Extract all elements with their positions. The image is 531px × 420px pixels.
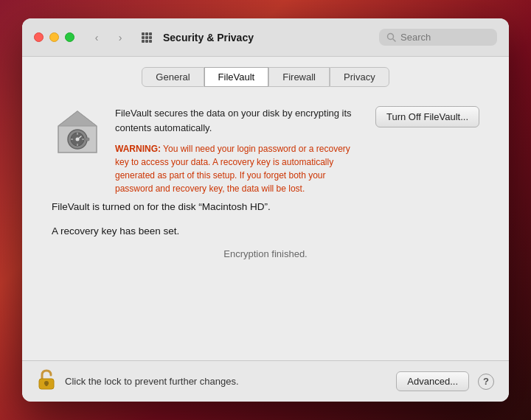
svg-rect-4: [145, 36, 148, 39]
search-input[interactable]: [400, 32, 489, 43]
search-bar[interactable]: [379, 29, 497, 46]
recovery-status: A recovery key has been set.: [52, 225, 479, 237]
svg-line-10: [393, 39, 395, 41]
window-title: Security & Privacy: [163, 32, 379, 43]
description-block: FileVault secures the data on your disk …: [115, 106, 364, 195]
traffic-lights: [34, 32, 74, 42]
encryption-status: Encryption finished.: [52, 248, 479, 259]
minimize-button[interactable]: [49, 32, 59, 42]
top-row: FileVault secures the data on your disk …: [52, 106, 479, 195]
grid-button[interactable]: [136, 27, 157, 48]
tab-privacy[interactable]: Privacy: [330, 67, 389, 87]
svg-rect-7: [145, 40, 148, 43]
tab-bar: General FileVault Firewall Privacy: [22, 57, 509, 94]
close-button[interactable]: [34, 32, 44, 42]
svg-point-9: [388, 34, 394, 40]
advanced-button[interactable]: Advanced...: [396, 371, 469, 391]
description-text: FileVault secures the data on your disk …: [115, 106, 364, 135]
svg-rect-21: [86, 138, 89, 141]
svg-rect-24: [46, 383, 48, 386]
svg-marker-12: [58, 111, 97, 126]
svg-rect-3: [142, 36, 145, 39]
disk-status: FileVault is turned on for the disk “Mac…: [52, 201, 479, 212]
turn-off-filevault-button[interactable]: Turn Off FileVault...: [375, 106, 479, 127]
help-button[interactable]: ?: [478, 374, 494, 390]
svg-rect-8: [149, 40, 152, 43]
back-button[interactable]: ‹: [86, 27, 107, 48]
tab-firewall[interactable]: Firewall: [268, 67, 330, 87]
titlebar: ‹ › Security & Privacy: [22, 18, 509, 57]
tab-general[interactable]: General: [142, 67, 204, 87]
svg-rect-0: [142, 32, 145, 35]
svg-rect-6: [142, 40, 145, 43]
tab-filevault[interactable]: FileVault: [204, 67, 269, 87]
status-lines: FileVault is turned on for the disk “Mac…: [52, 195, 479, 237]
filevault-icon: [52, 106, 103, 158]
forward-button[interactable]: ›: [110, 27, 131, 48]
main-window: ‹ › Security & Privacy: [22, 18, 509, 402]
lock-icon[interactable]: [37, 368, 56, 395]
bottom-bar: Click the lock to prevent further change…: [22, 360, 509, 402]
search-icon: [386, 32, 396, 42]
warning-label: WARNING:: [115, 144, 161, 154]
svg-rect-1: [145, 32, 148, 35]
maximize-button[interactable]: [65, 32, 74, 42]
main-content: FileVault secures the data on your disk …: [22, 94, 509, 360]
svg-rect-5: [149, 36, 152, 39]
warning-text: WARNING: You will need your login passwo…: [115, 142, 364, 195]
nav-buttons: ‹ ›: [86, 27, 131, 48]
svg-rect-2: [149, 32, 152, 35]
lock-text: Click the lock to prevent further change…: [65, 376, 387, 387]
